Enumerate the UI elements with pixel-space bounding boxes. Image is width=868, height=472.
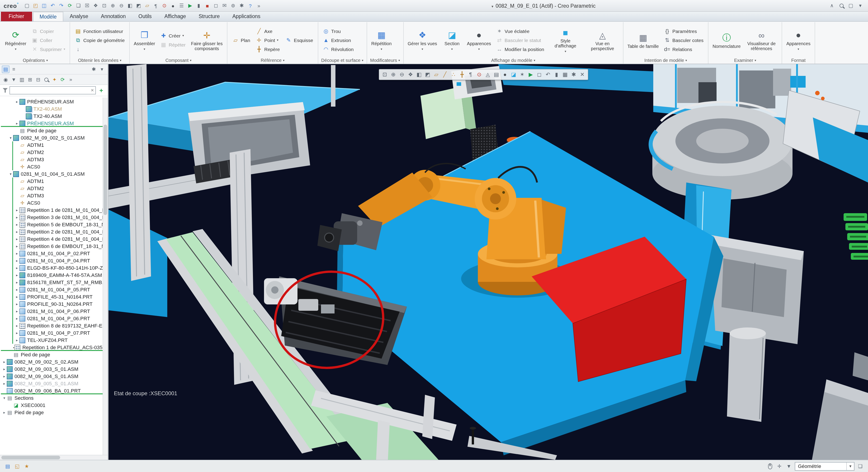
explode-icon[interactable]: ✶ (518, 70, 526, 78)
collapse-icon[interactable]: ∧ (828, 2, 836, 10)
zoom-out-icon[interactable]: ⊖ (117, 2, 125, 10)
expand-arrow-icon[interactable]: ▾ (8, 136, 13, 140)
group-label-intention-de-modele[interactable]: Intention de modèle▾ (624, 57, 708, 64)
model-tree-icon[interactable]: ▤ (2, 65, 9, 73)
apparences-button[interactable]: ●Apparences▾ (784, 28, 812, 52)
search-icon[interactable] (837, 2, 845, 10)
undo-icon[interactable]: ↶ (49, 2, 57, 10)
tab-analyse[interactable]: Analyse (63, 12, 94, 21)
settings-icon[interactable]: ✱ (90, 65, 98, 73)
panes-icon[interactable]: ❏ (856, 462, 864, 470)
gerer-les-vues-button[interactable]: ❖Gérer les vues▾ (406, 28, 439, 52)
repaint-icon[interactable]: ❖ (406, 70, 414, 78)
highlight-icon[interactable]: ✦ (51, 76, 58, 83)
expand-icon[interactable]: ⊞ (26, 76, 34, 83)
mail-icon[interactable]: ✉ (220, 2, 228, 10)
copier-button[interactable]: ⧉Copier (29, 27, 68, 35)
fonction-utilisateur-button[interactable]: ▤Fonction utilisateur (72, 27, 127, 35)
tree-filter-input[interactable] (11, 88, 91, 93)
parametres-button[interactable]: {}Paramètres (661, 27, 706, 35)
expand-arrow-icon[interactable]: ▸ (14, 316, 20, 321)
group-label-format[interactable]: Format (783, 57, 814, 64)
tree-item-0082-m-09-005-s-01-asm[interactable]: ▸0082_M_09_005_S_01.ASM (0, 380, 107, 387)
tree-item-adtm2[interactable]: ▱ADTM2 (0, 148, 107, 156)
help-icon[interactable]: ? (246, 2, 254, 10)
expand-arrow-icon[interactable]: ▸ (2, 410, 7, 414)
tree-item-8169409-eamm-a-t46-57a-asm[interactable]: ▸8169409_EAMM-A-T46-57A.ASM (0, 271, 107, 279)
group-label-reference[interactable]: Référence▾ (228, 57, 317, 64)
settings-icon[interactable]: ✱ (569, 70, 578, 78)
appearance-icon[interactable]: ● (169, 2, 177, 10)
expand-arrow-icon[interactable]: ▸ (14, 100, 20, 104)
new-icon[interactable]: ▢ (23, 2, 31, 10)
modifier-la-position-button[interactable]: ↔Modifier la position (494, 45, 546, 53)
group-label-modificateurs[interactable]: Modificateurs▾ (368, 57, 403, 64)
windows-icon[interactable]: ❏ (74, 2, 83, 10)
tree-item-0281-m-01-004-p-06-prt[interactable]: ▸0281_M_01_004_P_06.PRT (0, 308, 107, 315)
tree-item-tx2-40-asm[interactable]: TX2-40.ASM (0, 112, 107, 120)
tree-item-adtm2[interactable]: ▱ADTM2 (0, 185, 107, 192)
expand-arrow-icon[interactable]: ▸ (2, 367, 7, 371)
revolution-button[interactable]: ◠Révolution (320, 45, 356, 53)
tree-item-repetition-1-de-plateau-acs-03520[interactable]: ▪Repetition 1 de PLATEAU_ACS-03520 (0, 344, 107, 351)
selection-filter-combobox[interactable]: Géométrie ▼ (795, 462, 855, 470)
tree-item-0082-m-09-004-s-01-asm[interactable]: ▸0082_M_09_004_S_01.ASM (0, 373, 107, 380)
expand-arrow-icon[interactable]: ▸ (14, 309, 20, 313)
model-tree-toggle-icon[interactable]: ▤ (4, 462, 12, 470)
zoom-in-icon[interactable]: ⊕ (109, 2, 117, 10)
datum-points-icon[interactable]: ∴ (450, 70, 458, 78)
gray-cabinet[interactable] (708, 235, 804, 344)
datum-csys-icon[interactable]: ╋ (458, 70, 466, 78)
window-icon[interactable]: ▢ (847, 2, 855, 10)
tree-item-acs0[interactable]: ✛ACS0 (0, 163, 107, 170)
tree-item-0082-m-09-002-s-02-asm[interactable]: ▸0082_M_09_002_S_02.ASM (0, 358, 107, 365)
tree-item-tx2-40-asm[interactable]: TX2-40.ASM (0, 105, 107, 112)
basculer-le-statut-button[interactable]: ⇄Basculer le statut (494, 36, 546, 44)
spin-center-icon[interactable]: ⊙ (475, 70, 483, 78)
tree-hscrollbar[interactable] (0, 455, 107, 460)
pause-icon[interactable]: ▮ (553, 70, 561, 78)
expand-arrow-icon[interactable]: ▸ (14, 324, 20, 328)
tree-item-0082-m-09-002-s-01-asm[interactable]: ▾0082_M_09_002_S_01.ASM (0, 134, 107, 141)
tab-fichier[interactable]: Fichier (1, 12, 32, 21)
appearance-icon[interactable]: ● (501, 70, 509, 78)
expand-arrow-icon[interactable]: ▸ (2, 381, 7, 385)
window-menu-icon[interactable]: ▾ (491, 4, 493, 8)
tree-item-repetition-2-de-0281-m-01-004-p[interactable]: ▸Repetition 2 de 0281_M_01_004_P (0, 228, 107, 235)
open-icon[interactable]: ◰ (31, 2, 39, 10)
basculer-cotes-button[interactable]: ⇅Basculer cotes (661, 36, 706, 44)
prev-icon[interactable]: ↶ (544, 70, 552, 78)
tab-modele[interactable]: Modèle (33, 12, 63, 21)
tree-filter-field[interactable]: ✕ (9, 86, 96, 94)
tree-item-pied-de-page[interactable]: ▤Pied de page (0, 351, 107, 358)
repere-button[interactable]: ╋Repère (253, 45, 282, 53)
expand-arrow-icon[interactable]: ▸ (14, 230, 20, 234)
expand-arrow-icon[interactable]: ▸ (2, 374, 7, 378)
plan-button[interactable]: ▱Plan (230, 36, 252, 44)
tree-item-adtm1[interactable]: ▱ADTM1 (0, 141, 107, 148)
relations-button[interactable]: d=Relations (661, 45, 706, 53)
expand-arrow-icon[interactable]: ▾ (8, 172, 13, 176)
columns-icon[interactable]: ▥ (18, 76, 26, 83)
tree-item-xsec0001[interactable]: ◪XSEC0001 (0, 402, 107, 409)
pause-icon[interactable]: ▮ (195, 2, 203, 10)
3d-scene[interactable] (108, 64, 868, 460)
search-model-icon[interactable]: ⊚ (229, 2, 237, 10)
expand-arrow-icon[interactable]: ▸ (14, 251, 20, 256)
tree-item-0281-m-01-004-p-05-prt[interactable]: ▸0281_M_01_004_P_05.PRT (0, 286, 107, 293)
annotation-display-icon[interactable]: ¶ (152, 2, 160, 10)
trou-button[interactable]: ◎Trou (320, 27, 356, 35)
display-style-icon[interactable]: ◩ (134, 2, 143, 10)
tree-item-repetition-3-de-0281-m-01-004-p[interactable]: ▸Repetition 3 de 0281_M_01_004_P (0, 214, 107, 221)
table-de-famille-button[interactable]: ▦Table de famille (625, 31, 660, 49)
filter-funnel-icon[interactable] (3, 88, 8, 93)
group-label-obtenir-les-donnees[interactable]: Obtenir les données▾ (70, 57, 129, 64)
faire-glisser-les-composants-button[interactable]: ✛Faire glisser les composants (189, 29, 225, 52)
tree-item-0281-m-01-004-p-06-prt[interactable]: ▸0281_M_01_004_P_06.PRT (0, 315, 107, 322)
tree-item-sections[interactable]: ▾▤Sections (0, 394, 107, 402)
mouse-icon[interactable] (766, 462, 774, 470)
tab-affichage[interactable]: Affichage (158, 12, 192, 21)
expand-arrow-icon[interactable]: ▸ (2, 360, 7, 364)
tree-item-8156178-emmt-st-57-m-rmb-pf[interactable]: ▸8156178_EMMT_ST_57_M_RMB.PF (0, 279, 107, 286)
capture-icon[interactable]: ◻ (212, 2, 220, 10)
